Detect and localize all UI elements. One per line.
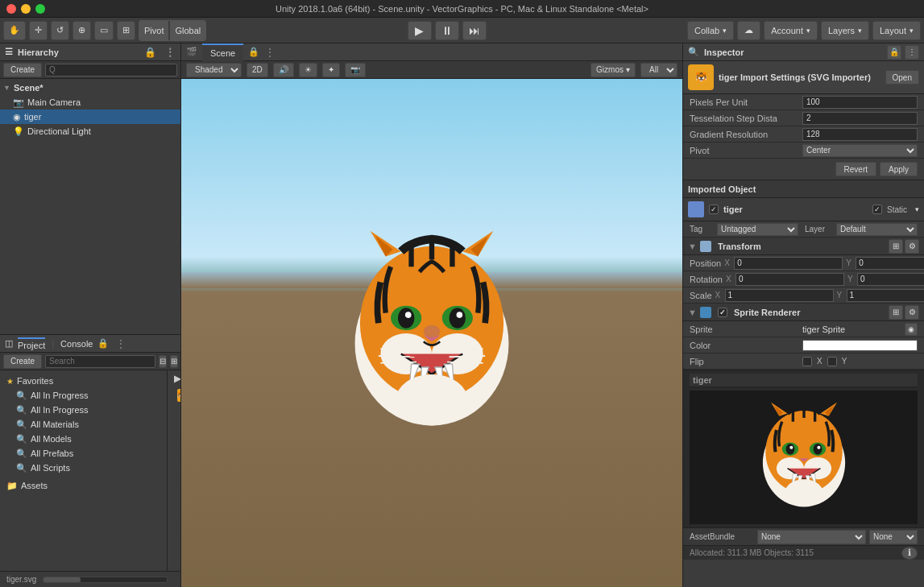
project-tab[interactable]: Project (18, 337, 45, 350)
tag-select[interactable]: Untagged (717, 223, 798, 236)
rotation-y-input[interactable] (857, 273, 924, 286)
transform-icon-btn2[interactable]: ⚙ (905, 239, 919, 254)
flip-x-checkbox[interactable] (802, 357, 812, 366)
hierarchy-item-main-camera[interactable]: 📷 Main Camera (0, 95, 180, 110)
2d-toggle[interactable]: 2D (247, 63, 268, 77)
proj-item-all-prefabs[interactable]: 🔍 All Prefabs (0, 446, 167, 461)
project-view-icon2[interactable]: ⊞ (170, 355, 178, 368)
window-controls[interactable] (6, 4, 45, 14)
rect-tool-button[interactable]: ▭ (94, 21, 114, 40)
layout-button[interactable]: Layout ▾ (872, 21, 921, 40)
window-title: Unity 2018.1.0a6 (64bit) - Scene.unity -… (276, 4, 648, 14)
sprite-select-button[interactable]: ◉ (905, 323, 918, 336)
allocate-info-button[interactable]: ℹ (901, 547, 918, 560)
gizmos-button[interactable]: Gizmos ▾ (590, 63, 636, 77)
sprite-renderer-icon-btn2[interactable]: ⚙ (905, 305, 919, 320)
static-dropdown-icon[interactable]: ▾ (915, 205, 919, 213)
minimize-button[interactable] (21, 4, 31, 14)
sprite-prop-label: Sprite (690, 325, 802, 334)
transform-tool-button[interactable]: ⊞ (117, 21, 135, 40)
object-name-label: tiger (723, 205, 868, 214)
rotate-tool-button[interactable]: ↺ (51, 21, 69, 40)
position-x-input[interactable] (734, 257, 843, 270)
rot-x-label: X (726, 275, 734, 283)
assetbundle-select-1[interactable]: None (757, 530, 866, 544)
camera-icon-btn[interactable]: 📷 (345, 63, 366, 77)
proj-item-all-materials[interactable]: 🔍 All Materials (0, 417, 167, 432)
hierarchy-create-button[interactable]: Create (3, 63, 42, 77)
scale-x-input[interactable] (725, 289, 834, 302)
transform-icon-btn1[interactable]: ⊞ (889, 239, 903, 254)
hierarchy-item-directional-light[interactable]: 💡 Directional Light (0, 124, 180, 138)
project-view-icon1[interactable]: ⊟ (159, 355, 167, 368)
favorites-header[interactable]: ★ Favorites (0, 374, 167, 388)
pivot-button[interactable]: Pivot (139, 21, 168, 40)
step-button[interactable]: ⏭ (462, 21, 487, 40)
flip-y-checkbox[interactable] (827, 357, 837, 366)
scene-view[interactable] (181, 79, 682, 587)
inspector-lock-button[interactable]: 🔒 (887, 45, 901, 60)
sprite-renderer-icon-btn1[interactable]: ⊞ (889, 305, 903, 320)
project-lock-icon[interactable]: 🔒 (97, 338, 109, 349)
scene-lock-icon[interactable]: 🔒 (248, 47, 259, 57)
import-settings-title: tiger Import Settings (SVG Importer) (719, 72, 880, 82)
assetbundle-select-2[interactable]: None (869, 530, 918, 544)
hierarchy-lock-icon[interactable]: 🔒 (144, 47, 156, 58)
move-tool-button[interactable]: ✛ (29, 21, 48, 40)
project-menu-icon[interactable]: ⋮ (115, 337, 126, 350)
collab-button[interactable]: Collab ▾ (687, 21, 734, 40)
pivot-select[interactable]: Center Top Bottom Left Right (802, 144, 918, 157)
gradient-input[interactable] (802, 128, 918, 141)
scale-tool-button[interactable]: ⊕ (73, 21, 91, 40)
hierarchy-item-tiger[interactable]: ◉ tiger (0, 110, 180, 124)
fx-toggle[interactable]: ✦ (322, 63, 340, 77)
scale-y-input[interactable] (847, 289, 924, 302)
proj-item-all-in-progress-1[interactable]: 🔍 All In Progress (0, 388, 167, 403)
play-button[interactable]: ▶ (408, 21, 432, 40)
scale-x-field: X (715, 289, 834, 302)
project-search-input[interactable] (45, 355, 155, 368)
tesselation-input[interactable] (802, 112, 918, 125)
proj-item-all-in-progress-2[interactable]: 🔍 All In Progress (0, 403, 167, 417)
hand-tool-button[interactable]: ✋ (3, 21, 26, 40)
inspector-menu-button[interactable]: ⋮ (905, 45, 919, 60)
sprite-renderer-active-checkbox[interactable] (718, 308, 727, 317)
console-tab[interactable]: Console (60, 339, 93, 349)
shading-mode-select[interactable]: Shaded (186, 63, 242, 77)
layer-select[interactable]: Default (836, 223, 918, 236)
object-active-checkbox[interactable] (709, 205, 719, 214)
account-button[interactable]: Account ▾ (764, 21, 818, 40)
scene-tab[interactable]: Scene (202, 43, 243, 61)
skybox-toggle[interactable]: ☀ (299, 63, 317, 77)
global-button[interactable]: Global (170, 21, 205, 40)
assets-sidebar-item[interactable]: 📁 Assets (0, 478, 167, 493)
position-y-input[interactable] (856, 257, 924, 270)
cloud-button[interactable]: ☁ (737, 21, 760, 40)
sprite-renderer-icon (700, 307, 711, 318)
hierarchy-search-input[interactable] (45, 64, 177, 76)
center-panel: 🎬 Scene 🔒 ⋮ Shaded 2D 🔊 ☀ ✦ 📷 Gizmos ▾ A… (181, 43, 682, 587)
revert-button[interactable]: Revert (835, 162, 876, 176)
pivot-global-group: Pivot Global (139, 20, 206, 41)
proj-item-all-scripts[interactable]: 🔍 All Scripts (0, 461, 167, 475)
scene-menu-icon[interactable]: ⋮ (264, 46, 276, 59)
pause-button[interactable]: ⏸ (435, 21, 459, 40)
maximize-button[interactable] (35, 4, 45, 14)
hierarchy-menu-icon[interactable]: ⋮ (164, 46, 176, 59)
open-button[interactable]: Open (885, 70, 919, 85)
asset-tiger-folder[interactable]: 🐯 tiger (174, 387, 180, 403)
color-preview[interactable] (802, 340, 918, 351)
project-create-button[interactable]: Create (3, 354, 42, 369)
close-button[interactable] (6, 4, 16, 14)
rotation-x-input[interactable] (735, 273, 844, 286)
static-checkbox[interactable] (872, 205, 882, 214)
pixels-per-unit-input[interactable] (802, 96, 918, 109)
layers-button[interactable]: Layers ▾ (821, 21, 869, 40)
tiger-scene-object[interactable] (327, 221, 537, 446)
all-layers-select[interactable]: All (640, 63, 677, 77)
apply-button[interactable]: Apply (880, 162, 918, 176)
project-panel-header: ◫ Project | Console 🔒 ⋮ (0, 335, 180, 353)
proj-item-all-models[interactable]: 🔍 All Models (0, 432, 167, 446)
hierarchy-scene-root[interactable]: ▼ Scene* (0, 81, 180, 95)
audio-toggle[interactable]: 🔊 (273, 63, 294, 77)
